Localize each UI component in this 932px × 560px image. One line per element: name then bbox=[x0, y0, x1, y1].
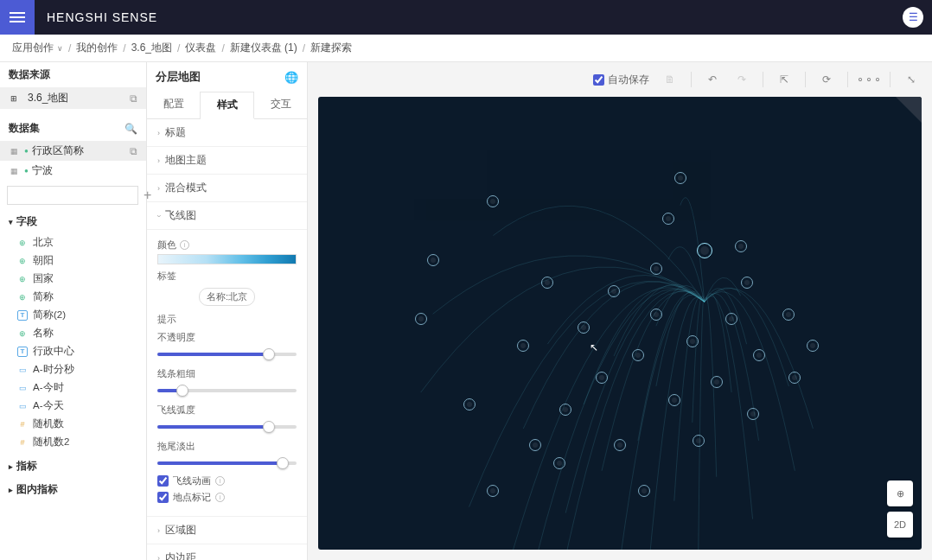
panel-title: 分层地图 bbox=[156, 69, 284, 85]
map-node[interactable] bbox=[487, 485, 499, 497]
map-node[interactable] bbox=[674, 172, 686, 184]
map-node[interactable] bbox=[463, 398, 476, 410]
color-gradient[interactable] bbox=[157, 254, 297, 264]
breadcrumb-item[interactable]: 我的创作 bbox=[76, 41, 118, 55]
field-item[interactable]: ⊕朝阳 bbox=[0, 251, 146, 270]
map-node[interactable] bbox=[782, 309, 795, 321]
acc-flyline[interactable]: ›飞线图 bbox=[147, 202, 307, 230]
map-node[interactable] bbox=[638, 485, 650, 497]
map-node[interactable] bbox=[735, 240, 747, 252]
map-node[interactable] bbox=[693, 435, 705, 447]
field-item[interactable]: #随机数 bbox=[0, 415, 146, 433]
breadcrumb-item[interactable]: 应用创作 bbox=[12, 41, 54, 55]
autosave-checkbox[interactable]: 自动保存 bbox=[593, 73, 649, 87]
anim-checkbox[interactable]: 飞线动画i bbox=[157, 474, 297, 487]
field-item[interactable]: ▭A-时分秒 bbox=[0, 360, 146, 379]
search-icon[interactable]: 🔍 bbox=[124, 123, 137, 135]
field-item[interactable]: ⊕北京 bbox=[0, 233, 146, 251]
label-tag[interactable]: 名称:北京 bbox=[199, 288, 255, 306]
map-node[interactable] bbox=[415, 313, 427, 325]
map-node[interactable] bbox=[650, 263, 662, 275]
field-item[interactable]: ▭A-今天 bbox=[0, 397, 146, 415]
map-hub[interactable] bbox=[697, 243, 712, 258]
tab-1[interactable]: 样式 bbox=[201, 92, 254, 119]
refresh-button[interactable]: ⟳ bbox=[818, 71, 835, 88]
arc-slider[interactable] bbox=[157, 419, 297, 435]
undo-button[interactable]: ↶ bbox=[704, 71, 721, 88]
globe-icon[interactable]: 🌐 bbox=[284, 71, 298, 84]
tail-slider[interactable] bbox=[157, 455, 297, 471]
dataset-item[interactable]: ▦●宁波 bbox=[0, 161, 146, 181]
data-source-title: 数据来源 bbox=[9, 67, 137, 82]
info-icon: i bbox=[180, 240, 189, 250]
datasets-title: 数据集 bbox=[9, 121, 124, 136]
inchart-metrics-section[interactable]: ▸图内指标 bbox=[0, 478, 146, 501]
fields-section[interactable]: ▾字段 bbox=[0, 210, 146, 233]
acc-region[interactable]: ›区域图 bbox=[147, 517, 307, 544]
field-item[interactable]: ⊕名称 bbox=[0, 324, 146, 342]
map-node[interactable] bbox=[686, 335, 699, 347]
acc-blend[interactable]: ›混合模式 bbox=[147, 175, 307, 202]
acc-padding[interactable]: ›内边距 bbox=[147, 544, 307, 560]
brand: HENGSHI SENSE bbox=[47, 10, 157, 24]
field-item[interactable]: ⊕国家 bbox=[0, 270, 146, 288]
map-node[interactable] bbox=[668, 394, 680, 406]
field-search-input[interactable] bbox=[7, 186, 138, 205]
map-node[interactable] bbox=[711, 376, 723, 388]
field-item[interactable]: T行政中心 bbox=[0, 342, 146, 360]
field-item[interactable]: T简称(2) bbox=[0, 306, 146, 324]
map-node[interactable] bbox=[632, 349, 644, 361]
tab-0[interactable]: 配置 bbox=[147, 92, 201, 118]
map-node[interactable] bbox=[662, 213, 674, 225]
menu-button[interactable] bbox=[0, 0, 35, 35]
map-node[interactable] bbox=[578, 321, 590, 334]
map-node[interactable] bbox=[650, 309, 662, 321]
map-node[interactable] bbox=[529, 439, 541, 451]
field-item[interactable]: #随机数2 bbox=[0, 433, 146, 451]
map-node[interactable] bbox=[427, 254, 439, 266]
breadcrumb-item[interactable]: 新建探索 bbox=[310, 41, 352, 55]
map-node[interactable] bbox=[614, 439, 626, 451]
map-node[interactable] bbox=[741, 277, 753, 289]
map-node[interactable] bbox=[596, 372, 608, 384]
metrics-section[interactable]: ▸指标 bbox=[0, 455, 146, 478]
locate-button[interactable]: ⊕ bbox=[887, 480, 913, 506]
field-item[interactable]: ⊕简称 bbox=[0, 288, 146, 306]
breadcrumb-item[interactable]: 新建仪表盘 (1) bbox=[230, 41, 297, 55]
share-button[interactable]: ⚬⚬⚬ bbox=[860, 71, 878, 88]
dataset-item[interactable]: ▦●行政区简称⧉ bbox=[0, 141, 146, 161]
open-icon[interactable]: ⧉ bbox=[130, 92, 137, 105]
map-node[interactable] bbox=[608, 285, 620, 297]
tab-2[interactable]: 交互 bbox=[254, 92, 307, 118]
redo-button[interactable]: ↷ bbox=[733, 71, 750, 88]
export-button[interactable]: ⇱ bbox=[776, 71, 793, 88]
breadcrumb-item[interactable]: 仪表盘 bbox=[185, 41, 216, 55]
data-source-item[interactable]: ⊞ 3.6_地图 ⧉ bbox=[0, 87, 146, 109]
map-node[interactable] bbox=[541, 277, 553, 289]
app-icon: ⊞ bbox=[9, 93, 19, 104]
map-node[interactable] bbox=[559, 404, 571, 416]
map-canvas[interactable]: ↖ ⊕ 2D bbox=[318, 97, 922, 550]
collapse-button[interactable]: ⤡ bbox=[903, 71, 920, 88]
field-item[interactable]: ▭A-今时 bbox=[0, 379, 146, 397]
opacity-slider[interactable] bbox=[157, 347, 297, 362]
map-node[interactable] bbox=[807, 340, 819, 352]
acc-title[interactable]: ›标题 bbox=[147, 119, 307, 147]
map-node[interactable] bbox=[725, 313, 737, 325]
marker-checkbox[interactable]: 地点标记i bbox=[157, 491, 297, 504]
map-node[interactable] bbox=[747, 408, 759, 420]
map-node[interactable] bbox=[788, 372, 801, 384]
breadcrumb-item[interactable]: 3.6_地图 bbox=[131, 41, 172, 55]
width-slider[interactable] bbox=[157, 383, 297, 398]
save-icon[interactable]: 🗎 bbox=[661, 71, 679, 88]
map-node[interactable] bbox=[553, 457, 565, 469]
cursor: ↖ bbox=[590, 341, 600, 355]
2d-button[interactable]: 2D bbox=[887, 512, 913, 538]
avatar[interactable]: ☰ bbox=[903, 7, 923, 28]
map-node[interactable] bbox=[753, 349, 765, 361]
map-node[interactable] bbox=[517, 340, 529, 352]
acc-theme[interactable]: ›地图主题 bbox=[147, 147, 307, 175]
breadcrumb: 应用创作∨/我的创作/3.6_地图/仪表盘/新建仪表盘 (1)/新建探索 bbox=[0, 35, 932, 62]
map-node[interactable] bbox=[487, 195, 499, 207]
